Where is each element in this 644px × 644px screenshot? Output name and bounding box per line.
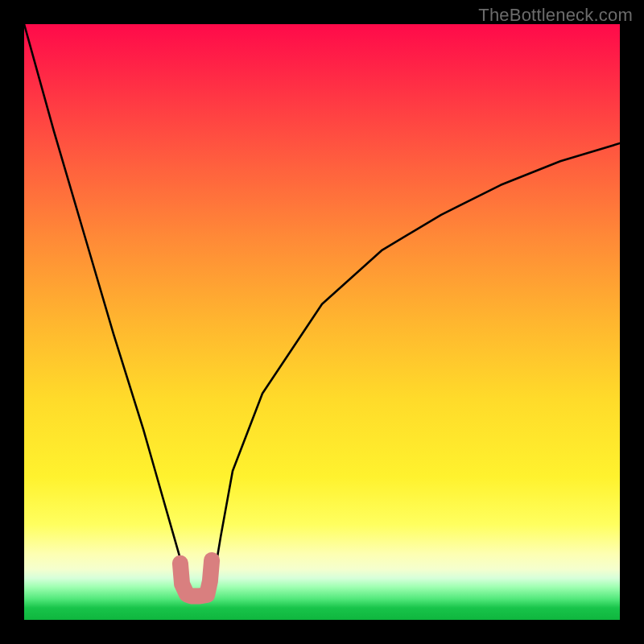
plot-area [24,24,620,620]
bottleneck-curve [24,24,620,596]
curve-svg [24,24,620,620]
watermark-text: TheBottleneck.com [478,5,633,26]
optimal-range-marker [180,560,212,596]
chart-frame: TheBottleneck.com [0,0,644,644]
